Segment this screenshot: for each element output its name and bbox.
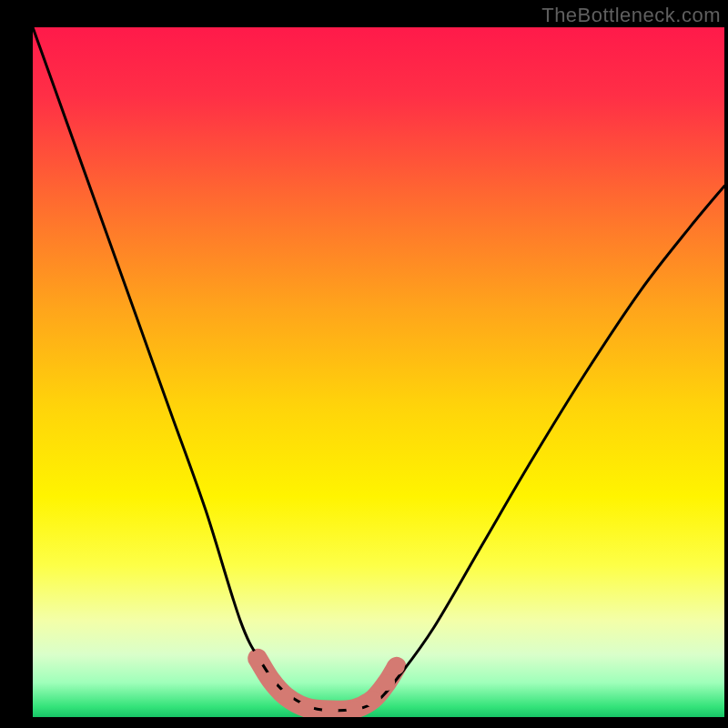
highlight-marker	[298, 699, 314, 715]
highlight-marker	[389, 659, 405, 675]
plot-area	[33, 27, 724, 717]
highlight-marker	[278, 688, 294, 704]
highlight-marker	[249, 651, 266, 667]
bottleneck-curve	[33, 27, 724, 711]
watermark-text: TheBottleneck.com	[541, 4, 721, 27]
highlight-marker	[262, 672, 278, 688]
highlight-markers	[249, 651, 405, 717]
chart-frame: TheBottleneck.com	[0, 0, 728, 728]
curve-layer	[33, 27, 724, 717]
highlight-marker	[379, 674, 395, 691]
highlight-marker	[346, 701, 362, 717]
highlight-marker	[365, 691, 381, 707]
